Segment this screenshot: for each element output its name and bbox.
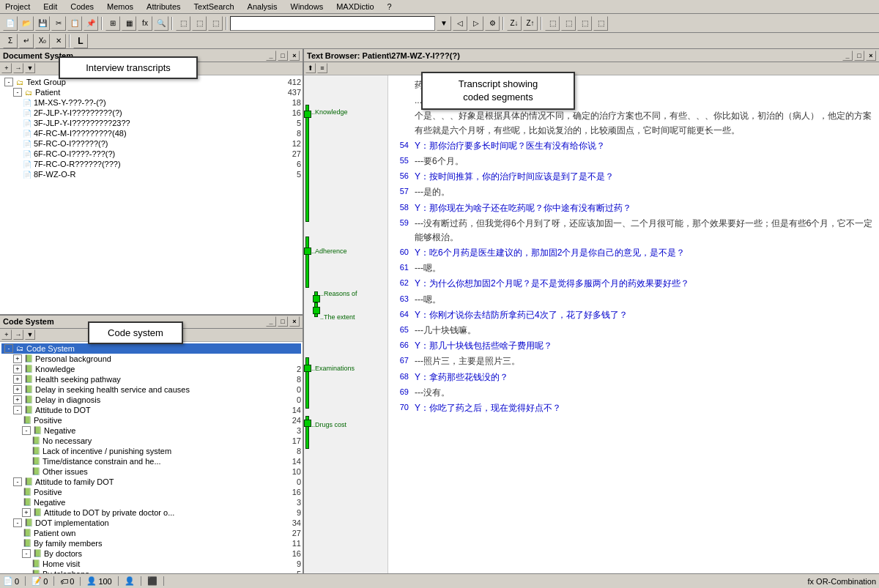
transcript-text-area[interactable]: 药），还在吃。 ...得结核病一般是咋个治疗的呢？ 个是、、、好象是根据具体的情…: [388, 75, 879, 580]
tree-code-patient-own[interactable]: 📗 Patient own 27: [1, 528, 301, 538]
menu-textsearch[interactable]: TextSearch: [192, 1, 237, 12]
code-minimize-btn[interactable]: _: [266, 316, 276, 327]
tree-file-6[interactable]: 📄 6F-RC-O-I????-???(?) 27: [1, 149, 301, 159]
tb-extra3[interactable]: ⬚: [577, 16, 592, 31]
tree-code-home-visit[interactable]: 📗 Home visit 9: [1, 559, 301, 569]
doc-system-content[interactable]: - 🗂 Text Group 412 - 🗂 Patient 437 📄: [0, 75, 303, 314]
tree-code-delay-diag[interactable]: + 📗 Delay in diagnosis 0: [1, 395, 301, 405]
tree-file-2[interactable]: 📄 2F-JLP-Y-I?????????(?) 16: [1, 108, 301, 118]
sort-btn[interactable]: Z↓: [507, 16, 522, 31]
path-btn3[interactable]: ⚙: [485, 16, 500, 31]
expand-textgroup[interactable]: -: [4, 78, 13, 86]
tree-code-no-necessary[interactable]: 📗 No necessary 17: [1, 436, 301, 446]
tb-maximize-btn[interactable]: □: [854, 51, 864, 61]
code-filter-btn[interactable]: ▼: [25, 330, 35, 340]
tree-code-attitude-dot[interactable]: - 📗 Attitude to DOT 14: [1, 405, 301, 415]
paste-btn[interactable]: 📌: [84, 16, 98, 31]
menu-maxdictio[interactable]: MAXDictio: [334, 1, 376, 12]
tree-code-dot-impl[interactable]: - 📗 DOT implementation 34: [1, 518, 301, 528]
tb-extra2[interactable]: ⬚: [561, 16, 576, 31]
new-btn[interactable]: 📄: [3, 16, 18, 31]
arrow-btn[interactable]: ↵: [19, 34, 34, 48]
tb-extra1[interactable]: ⬚: [545, 16, 560, 31]
legend-btn[interactable]: L: [73, 34, 88, 48]
doc-maximize-btn[interactable]: □: [278, 51, 288, 61]
doc-nav-btn[interactable]: →: [13, 63, 23, 73]
tb-extra4[interactable]: ⬚: [593, 16, 608, 31]
expand-attitude-private[interactable]: +: [22, 508, 31, 517]
view1-btn[interactable]: ⬚: [176, 16, 190, 31]
menu-memos[interactable]: Memos: [105, 1, 136, 12]
tb-close-btn[interactable]: ×: [866, 51, 876, 61]
expand-by-doctors[interactable]: -: [22, 549, 31, 558]
search-btn[interactable]: 🔍: [154, 16, 168, 31]
sort2-btn[interactable]: Z↑: [523, 16, 538, 31]
expand-negative-1[interactable]: -: [22, 426, 31, 435]
view3-btn[interactable]: ⬚: [208, 16, 223, 31]
tree-code-other-issues[interactable]: 📗 Other issues 10: [1, 466, 301, 477]
code-system-content[interactable]: - 🗂 Code System + 📗 Personal background …: [0, 342, 303, 581]
cut-btn[interactable]: ✂: [51, 16, 66, 31]
menu-codes[interactable]: Codes: [68, 1, 96, 12]
tree-file-1[interactable]: 📄 1M-XS-Y-???-??-(?) 18: [1, 97, 301, 108]
copy-btn[interactable]: 📋: [67, 16, 82, 31]
menu-edit[interactable]: Edit: [41, 1, 59, 12]
tree-file-8[interactable]: 📄 8F-WZ-O-R 5: [1, 169, 301, 179]
path-arrow[interactable]: ▼: [437, 16, 451, 31]
menu-windows[interactable]: Windows: [289, 1, 326, 12]
tree-file-3[interactable]: 📄 3F-JLP-Y-I?????????23?? 5: [1, 118, 301, 128]
view2-btn[interactable]: ⬚: [192, 16, 207, 31]
menu-help[interactable]: ?: [385, 1, 394, 12]
tree-code-negative-2[interactable]: 📗 Negative 3: [1, 497, 301, 507]
menu-attributes[interactable]: Attributes: [144, 1, 182, 12]
fx-btn[interactable]: fx: [138, 16, 152, 31]
code-maximize-btn[interactable]: □: [278, 316, 288, 327]
expand-dot-impl[interactable]: -: [13, 518, 22, 527]
expand-delay-seeking[interactable]: +: [13, 385, 22, 394]
expand-knowledge[interactable]: +: [13, 365, 22, 373]
open-btn[interactable]: 📂: [19, 16, 34, 31]
doc-minimize-btn[interactable]: _: [266, 51, 276, 61]
code-add-btn[interactable]: +: [1, 330, 12, 340]
tb-menu-btn[interactable]: ≡: [317, 63, 327, 73]
code-close-btn[interactable]: ×: [289, 316, 300, 327]
tree-file-5[interactable]: 📄 5F-RC-O-I??????(?) 12: [1, 138, 301, 149]
path-btn2[interactable]: ▷: [469, 16, 483, 31]
tree-code-personal[interactable]: + 📗 Personal background: [1, 354, 301, 364]
save-btn[interactable]: 💾: [35, 16, 50, 31]
sigma-btn[interactable]: Σ: [3, 34, 18, 48]
code-quick-btn[interactable]: X₀: [35, 34, 50, 48]
code-tag-btn[interactable]: ✕: [51, 34, 66, 48]
tree-code-attitude-family[interactable]: - 📗 Attitude to family DOT 0: [1, 477, 301, 487]
expand-codesystem[interactable]: -: [4, 344, 13, 353]
tb-nav-btn[interactable]: ⬆: [305, 63, 316, 73]
tree-patient[interactable]: - 🗂 Patient 437: [1, 87, 301, 97]
path-input[interactable]: DOT implementation\By doctors\Home visit: [230, 16, 435, 31]
tree-code-positive-1[interactable]: 📗 Positive 24: [1, 415, 301, 425]
expand-patient[interactable]: -: [13, 88, 22, 97]
tree-code-by-doctors[interactable]: - 📗 By doctors 16: [1, 548, 301, 559]
tree-codesystem-root[interactable]: - 🗂 Code System: [1, 343, 301, 354]
path-btn1[interactable]: ◁: [453, 16, 467, 31]
menu-analysis[interactable]: Analysis: [245, 1, 280, 12]
tree-code-attitude-private[interactable]: + 📗 Attitude to DOT by private doctor o.…: [1, 507, 301, 518]
tree-code-lack-incentive[interactable]: 📗 Lack of incentive / punishing system 8: [1, 446, 301, 456]
doc-add-btn[interactable]: +: [1, 63, 12, 73]
tree-code-negative-1[interactable]: - 📗 Negative 3: [1, 425, 301, 436]
menu-project[interactable]: Project: [3, 1, 32, 12]
grid-btn[interactable]: ⊞: [105, 16, 120, 31]
expand-attitude-dot[interactable]: -: [13, 406, 22, 414]
code-nav-btn[interactable]: →: [13, 330, 23, 340]
tree-file-4[interactable]: 📄 4F-RC-M-I?????????(48) 8: [1, 128, 301, 138]
tree-code-knowledge[interactable]: + 📗 Knowledge 2: [1, 364, 301, 374]
tree-code-by-family[interactable]: 📗 By family members 11: [1, 538, 301, 548]
expand-personal[interactable]: +: [13, 354, 22, 363]
tree-file-7[interactable]: 📄 7F-RC-O-R??????(???) 6: [1, 159, 301, 169]
expand-health[interactable]: +: [13, 375, 22, 384]
expand-delay-diag[interactable]: +: [13, 395, 22, 404]
tree-code-health[interactable]: + 📗 Health seeking pathway 8: [1, 374, 301, 384]
chart-btn[interactable]: ▦: [122, 16, 136, 31]
tb-minimize-btn[interactable]: _: [842, 51, 853, 61]
doc-close-btn[interactable]: ×: [289, 51, 300, 61]
expand-attitude-family[interactable]: -: [13, 477, 22, 486]
